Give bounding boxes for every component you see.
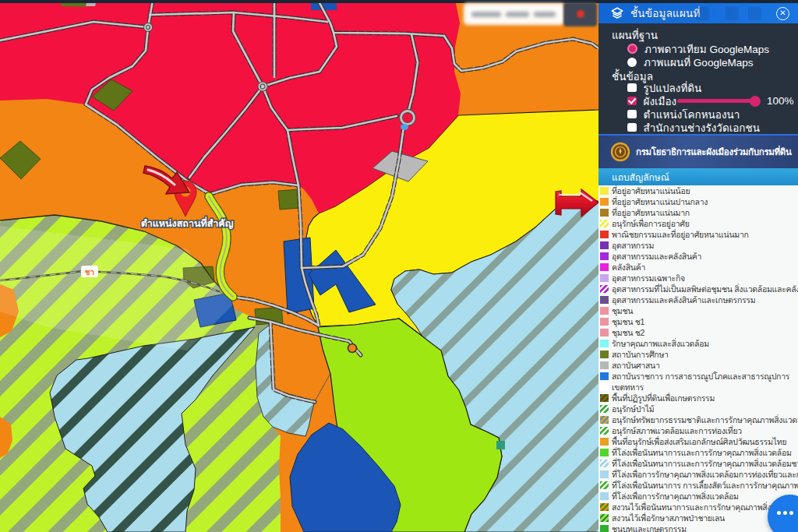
- pond: [401, 124, 408, 130]
- ghost-icon: [726, 7, 739, 20]
- legend-swatch: [600, 405, 609, 414]
- legend-item-label: อุตสาหกรรมและคลังสินค้าและเกษตรกรรม: [612, 294, 755, 307]
- legend-swatch: [600, 329, 609, 337]
- layer-option[interactable]: สำนักงานช่างรังวัดเอกชน: [627, 121, 798, 134]
- legend-swatch: [600, 220, 609, 228]
- legend-swatch: [600, 503, 609, 512]
- zone-olive-4: [278, 189, 300, 210]
- legend-swatch: [600, 285, 609, 294]
- opacity-value: 100%: [767, 95, 794, 107]
- checkbox-icon[interactable]: [627, 97, 637, 106]
- legend-swatch: [600, 340, 609, 348]
- app-screen: ชา ตำแหน่งสถานที่สำคัญ: [0, 0, 798, 532]
- legend-swatch: [600, 361, 609, 370]
- blurred-text: [534, 12, 556, 17]
- layers-icon: [610, 6, 624, 20]
- legend-swatch: [600, 492, 609, 501]
- legend-swatch: [600, 449, 609, 457]
- ghost-icon: [748, 7, 761, 20]
- panel-body: แผนที่ฐาน ภาพดาวเทียม GoogleMaps ภาพแผนท…: [598, 23, 798, 134]
- legend-title: แถบสัญลักษณ์: [612, 170, 669, 185]
- search-input[interactable]: [464, 3, 565, 25]
- legend-swatch: [600, 209, 609, 217]
- poi-pill: ชา: [81, 266, 98, 277]
- search-button[interactable]: [563, 2, 597, 26]
- agency-banner: กรมโยธาธิการและผังเมืองร่วมกับกรมที่ดิน: [598, 134, 798, 168]
- poi-orange-dot: [348, 344, 357, 353]
- panel-header: ชั้นข้อมูลแผนที่ ✕: [598, 3, 798, 23]
- legend-swatch: [600, 383, 609, 392]
- panel-title: ชั้นข้อมูลแผนที่: [630, 5, 701, 22]
- legend-item: ชนบทและเกษตรกรรม: [598, 523, 798, 532]
- radio-icon[interactable]: [627, 58, 637, 67]
- legend-list: ที่อยู่อาศัยหนาแน่นน้อย ที่อยู่อาศัยหนาแ…: [598, 185, 798, 532]
- blurred-text: [506, 12, 529, 17]
- basemap-option-label: ภาพแผนที่ GoogleMaps: [644, 54, 753, 71]
- ghost-icon: [696, 7, 709, 20]
- map-annotation-label: ตำแหน่งสถานที่สำคัญ: [141, 217, 234, 229]
- checkbox-icon[interactable]: [627, 83, 637, 93]
- zone-teal-dot: [496, 441, 505, 449]
- more-dots-icon: [777, 511, 793, 515]
- banner-text: กรมโยธาธิการและผังเมืองร่วมกับกรมที่ดิน: [636, 145, 792, 159]
- blurred-text: [471, 12, 501, 17]
- legend-swatch: [600, 252, 609, 261]
- legend-swatch: [600, 318, 609, 326]
- legend-swatch: [600, 198, 609, 206]
- legend-header: แถบสัญลักษณ์: [598, 168, 798, 185]
- legend-swatch: [600, 307, 609, 315]
- legend-swatch: [600, 241, 609, 250]
- legend-item-label: ชนบทและเกษตรกรรม: [612, 523, 687, 532]
- legend-swatch: [600, 274, 609, 283]
- checkbox-icon[interactable]: [627, 110, 637, 119]
- radio-icon[interactable]: [627, 44, 637, 54]
- legend-swatch: [600, 525, 609, 532]
- legend-swatch: [600, 481, 609, 490]
- svg-text:ชา: ชา: [85, 268, 94, 277]
- legend-swatch: [600, 231, 609, 239]
- record-dot-icon: [577, 10, 584, 18]
- legend-swatch: [600, 263, 609, 272]
- checkbox-icon[interactable]: [627, 123, 637, 132]
- legend-swatch: [600, 470, 609, 479]
- legend-swatch: [600, 514, 609, 523]
- legend-swatch: [600, 427, 609, 435]
- basemap-option[interactable]: ภาพแผนที่ GoogleMaps: [627, 55, 798, 69]
- layers-panel: ชั้นข้อมูลแผนที่ ✕ แผนที่ฐาน ภาพดาวเทียม…: [598, 0, 798, 532]
- legend-swatch: [600, 351, 609, 359]
- legend-swatch: [600, 296, 609, 305]
- opacity-slider[interactable]: [677, 99, 755, 103]
- close-button[interactable]: ✕: [776, 7, 789, 20]
- agency-seal-icon: [610, 142, 630, 162]
- legend-swatch: [600, 187, 609, 196]
- legend-swatch: [600, 416, 609, 425]
- legend-swatch: [600, 394, 609, 403]
- legend-swatch: [600, 372, 609, 381]
- legend-swatch: [600, 438, 609, 446]
- legend-swatch: [600, 460, 609, 468]
- slider-thumb-icon[interactable]: [750, 96, 761, 107]
